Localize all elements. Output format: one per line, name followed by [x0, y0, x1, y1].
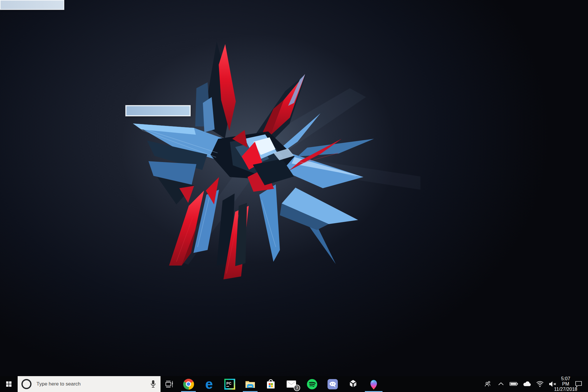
taskbar-search[interactable] — [18, 376, 161, 392]
taskbar: e PC — [0, 376, 588, 392]
action-center-icon — [574, 380, 583, 388]
unity-icon — [348, 379, 358, 389]
mail-badge: 3 — [294, 385, 300, 391]
people-icon — [484, 380, 492, 388]
start-button[interactable] — [0, 376, 18, 392]
taskbar-app-spotify[interactable] — [302, 376, 322, 392]
taskbar-app-pycharm[interactable]: PC — [219, 376, 240, 392]
spotify-icon — [307, 379, 318, 390]
clock-time: 5:07 PM — [559, 376, 572, 387]
taskbar-app-mail[interactable]: 3 — [281, 376, 302, 392]
wallpaper-shards — [121, 34, 420, 279]
show-hidden-icons-button[interactable] — [495, 376, 507, 392]
people-button[interactable] — [482, 376, 495, 392]
taskbar-app-discord[interactable] — [322, 376, 343, 392]
overlay-box-top-left — [0, 0, 64, 10]
edge-icon: e — [205, 378, 213, 390]
taskbar-app-store[interactable] — [260, 376, 281, 392]
battery-button[interactable] — [507, 376, 520, 392]
file-explorer-icon — [245, 379, 256, 389]
cortana-icon — [21, 379, 31, 389]
discord-icon — [327, 379, 338, 390]
pycharm-icon: PC — [224, 379, 235, 390]
chevron-up-icon — [497, 380, 505, 388]
paint-drop-icon — [369, 378, 378, 390]
cloud-icon — [522, 381, 531, 388]
desktop: e PC — [0, 0, 588, 392]
system-tray: 5:07 PM 11/27/2018 — [482, 376, 588, 392]
search-input[interactable] — [36, 381, 148, 387]
taskbar-app-edge[interactable]: e — [199, 376, 219, 392]
overlay-box-center-left — [126, 105, 191, 116]
taskbar-app-unity[interactable] — [343, 376, 363, 392]
wifi-icon — [536, 381, 544, 388]
desktop-wallpaper — [0, 0, 588, 392]
windows-logo-icon — [6, 381, 11, 387]
pinned-apps: e PC — [178, 376, 384, 392]
onedrive-button[interactable] — [520, 376, 533, 392]
taskbar-app-file-explorer[interactable] — [240, 376, 260, 392]
taskbar-app-chrome[interactable] — [178, 376, 199, 392]
taskbar-clock[interactable]: 5:07 PM 11/27/2018 — [559, 376, 572, 392]
battery-icon — [510, 381, 518, 387]
microphone-icon[interactable] — [150, 380, 156, 388]
task-view-button[interactable] — [161, 376, 178, 392]
action-center-button[interactable] — [572, 376, 585, 392]
task-view-icon — [165, 380, 174, 388]
network-button[interactable] — [533, 376, 546, 392]
taskbar-app-fresh-paint[interactable] — [363, 376, 384, 392]
microsoft-store-icon — [265, 378, 276, 390]
chrome-icon — [183, 379, 194, 390]
